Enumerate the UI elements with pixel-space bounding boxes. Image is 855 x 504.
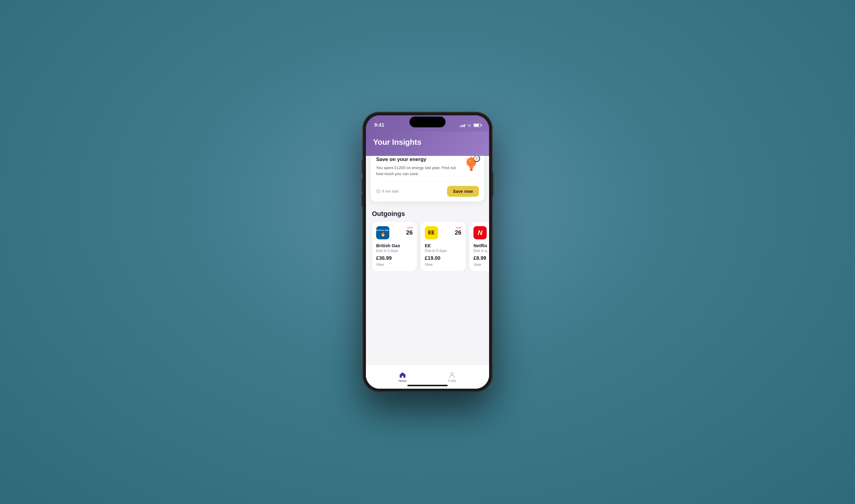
- outgoing-card-ee[interactable]: EE JUN 26 EE Due in 5 days £19.00 View: [421, 222, 466, 271]
- battery-icon: [474, 123, 481, 127]
- due-text: Due in 2 days: [376, 249, 413, 253]
- home-icon: [399, 371, 406, 378]
- phone-screen: 9:41: [366, 115, 489, 389]
- due-month: JUN: [406, 226, 413, 229]
- signal-icon: [460, 123, 465, 127]
- due-day: 26: [406, 229, 413, 236]
- due-text: Due in a...: [474, 249, 489, 253]
- due-date: JUN 26: [406, 226, 413, 236]
- card-header: N JUN 26: [474, 226, 489, 239]
- app-header: Your Insights: [366, 131, 489, 156]
- wifi-icon: [467, 123, 472, 127]
- scroll-content[interactable]: × Save on your energy You spent £1200 on…: [366, 156, 489, 389]
- page-title: Your Insights: [373, 138, 482, 147]
- amount: £36.99: [376, 255, 413, 261]
- card-title: Save on your energy: [376, 157, 461, 162]
- save-now-button[interactable]: Save now: [447, 186, 479, 197]
- outgoing-card-netflix[interactable]: N JUN 26 Netflix Due in a... £8.99 View: [469, 222, 489, 271]
- clock-icon: [376, 189, 380, 194]
- british-gas-logo: British Gas 🔥: [376, 226, 389, 239]
- ee-logo: EE: [425, 226, 438, 239]
- close-button[interactable]: ×: [474, 156, 480, 162]
- card-header: EE JUN 26: [425, 226, 461, 239]
- nav-profile[interactable]: Profile: [448, 371, 456, 383]
- status-time: 9:41: [374, 123, 384, 128]
- profile-icon: [448, 371, 456, 378]
- card-text: Save on your energy You spent £1200 on e…: [376, 157, 464, 177]
- app-content: Your Insights × Save on your energy You …: [366, 131, 489, 389]
- company-name: Netflix: [474, 243, 489, 248]
- netflix-logo: N: [474, 226, 487, 239]
- due-text: Due in 5 days: [425, 249, 461, 253]
- view-link[interactable]: View: [474, 263, 489, 267]
- outgoings-list[interactable]: British Gas 🔥 JUN 26 British Gas: [366, 222, 489, 271]
- card-body: Save on your energy You spent £1200 on e…: [376, 157, 479, 177]
- svg-point-8: [451, 373, 453, 375]
- task-time-label: 8 min task: [382, 189, 399, 194]
- insight-card: × Save on your energy You spent £1200 on…: [371, 156, 484, 201]
- nav-home[interactable]: Home: [399, 371, 407, 383]
- outgoing-card-british-gas[interactable]: British Gas 🔥 JUN 26 British Gas: [372, 222, 417, 271]
- task-time: 8 min task: [376, 189, 399, 194]
- dynamic-island: [409, 116, 446, 127]
- card-footer: 8 min task Save now: [376, 181, 479, 197]
- company-name: EE: [425, 243, 461, 248]
- amount: £8.99: [474, 255, 489, 261]
- phone-frame: 9:41: [363, 112, 492, 392]
- svg-line-4: [466, 159, 466, 160]
- nav-home-label: Home: [399, 379, 407, 383]
- company-name: British Gas: [376, 243, 413, 248]
- nav-profile-label: Profile: [448, 379, 456, 383]
- svg-rect-1: [470, 169, 473, 170]
- card-header: British Gas 🔥 JUN 26: [376, 226, 413, 239]
- amount: £19.00: [425, 255, 461, 261]
- status-icons: [460, 123, 481, 127]
- card-description: You spent £1200 on energy last year. Fin…: [376, 165, 461, 177]
- outgoings-title: Outgoings: [366, 208, 489, 222]
- scene: 9:41: [310, 30, 545, 474]
- due-day: 26: [455, 229, 461, 236]
- due-month: JUN: [455, 226, 461, 229]
- view-link[interactable]: View: [425, 263, 461, 267]
- svg-rect-2: [470, 170, 473, 171]
- view-link[interactable]: View: [376, 263, 413, 267]
- due-date: JUN 26: [455, 226, 461, 236]
- home-bar: [407, 385, 448, 386]
